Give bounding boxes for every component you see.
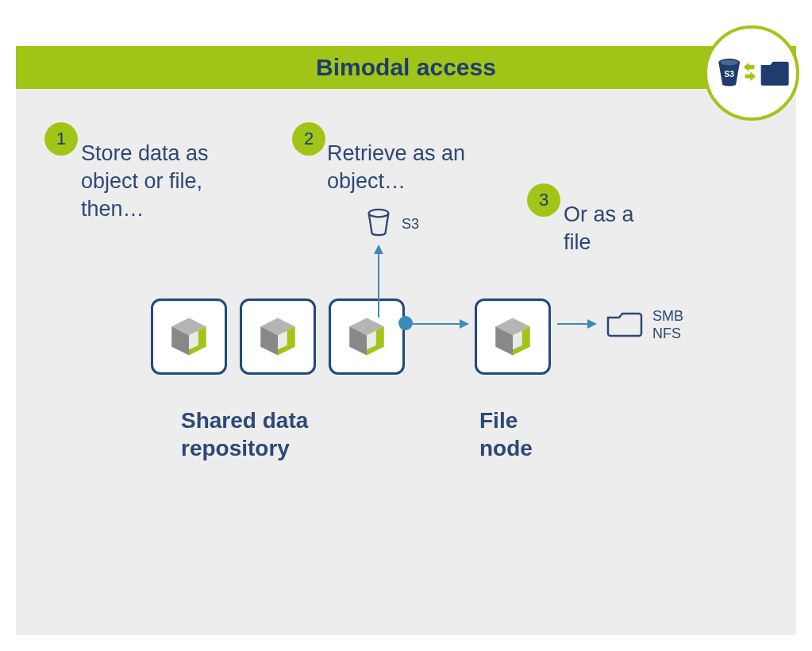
file-node-label: File node [479, 406, 559, 462]
node-box-2 [240, 299, 316, 375]
slide-panel: Bimodal access 1 Store data as object or… [16, 46, 796, 635]
node-box-1 [151, 299, 227, 375]
bucket-icon [364, 207, 394, 237]
node-cube-icon [255, 314, 301, 360]
title-bar: Bimodal access [16, 46, 796, 89]
svg-marker-22 [750, 71, 756, 81]
shared-repo-label: Shared data repository [181, 406, 340, 462]
badge-circle: S3 [704, 25, 799, 121]
step-text-2: Retrieve as an object… [327, 140, 478, 195]
slide-title: Bimodal access [316, 54, 496, 81]
arrow-right-1 [410, 323, 468, 325]
svg-marker-20 [744, 63, 749, 72]
step-num-2: 2 [304, 129, 314, 149]
step-badge-2: 2 [292, 122, 325, 156]
node-box-3 [329, 299, 405, 375]
node-cube-icon [490, 314, 536, 360]
step-badge-3: 3 [527, 183, 560, 217]
arrow-right-2 [557, 323, 595, 325]
svg-point-0 [369, 210, 389, 218]
step-badge-1: 1 [44, 122, 78, 156]
step-num-3: 3 [539, 190, 548, 210]
node-cube-icon [344, 314, 390, 360]
s3-label: S3 [402, 216, 419, 233]
node-box-4 [475, 299, 551, 375]
smb-nfs-label: SMB NFS [652, 308, 683, 342]
step-text-3: Or as a file [564, 201, 659, 256]
arrow-up [378, 246, 379, 318]
node-cube-icon [166, 314, 212, 360]
badge-icon: S3 [712, 49, 791, 97]
svg-point-18 [721, 60, 738, 66]
step-num-1: 1 [56, 129, 66, 149]
folder-icon [605, 308, 645, 340]
step-text-1: Store data as object or file, then… [81, 140, 248, 223]
badge-bucket-label: S3 [725, 70, 735, 79]
